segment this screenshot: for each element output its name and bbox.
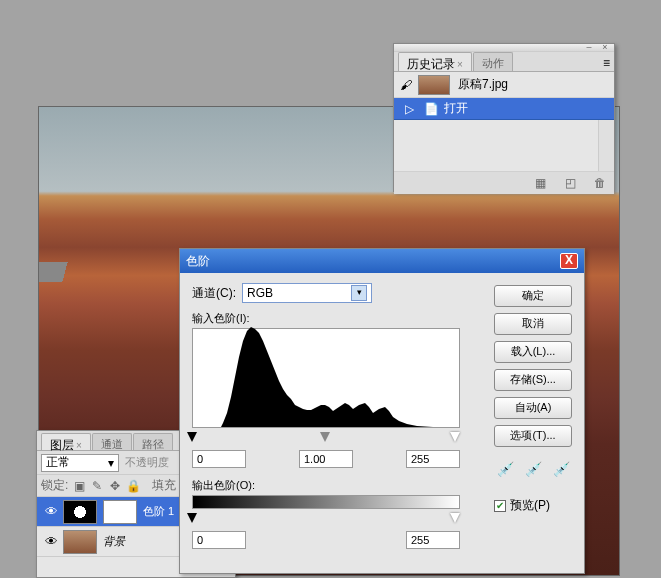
tab-channels[interactable]: 通道 (92, 433, 132, 450)
load-button[interactable]: 载入(L)... (494, 341, 572, 363)
blend-mode-select[interactable]: 正常▾ (41, 454, 119, 472)
panel-grip[interactable]: – × (394, 44, 614, 52)
histogram (192, 328, 460, 428)
gamma-handle[interactable] (320, 432, 330, 442)
dialog-titlebar[interactable]: 色阶 X (180, 249, 584, 273)
close-icon[interactable]: × (598, 42, 612, 52)
tab-history[interactable]: 历史记录× (398, 52, 472, 71)
input-slider[interactable] (192, 432, 460, 444)
white-eyedropper-icon[interactable]: 💉 (551, 461, 571, 481)
layer-thumb (63, 530, 97, 554)
history-state-open[interactable]: ▷ 📄 打开 (394, 98, 614, 120)
minimize-icon[interactable]: – (582, 42, 596, 52)
black-point-handle[interactable] (187, 432, 197, 442)
layer-name: 背景 (103, 534, 125, 549)
panel-menu-icon[interactable]: ≡ (603, 56, 610, 70)
tab-layers[interactable]: 图层× (41, 433, 91, 450)
history-empty-area (394, 120, 614, 172)
document-icon: 📄 (422, 101, 440, 117)
state-label: 打开 (444, 100, 468, 117)
output-black-field[interactable] (192, 531, 246, 549)
output-levels-label: 输出色阶(O): (192, 478, 482, 493)
input-gamma-field[interactable] (299, 450, 353, 468)
snapshot-thumb (418, 75, 450, 95)
snapshot-row[interactable]: 🖌 原稿7.jpg (394, 72, 614, 98)
ok-button[interactable]: 确定 (494, 285, 572, 307)
new-snapshot-icon[interactable]: ◰ (562, 176, 578, 190)
lock-pixels-icon[interactable]: ✎ (90, 479, 104, 493)
history-panel: – × 历史记录× 动作 ≡ 🖌 原稿7.jpg ▷ 📄 打开 ▦ ◰ 🗑 (393, 43, 615, 192)
input-black-field[interactable] (192, 450, 246, 468)
black-eyedropper-icon[interactable]: 💉 (495, 461, 515, 481)
auto-button[interactable]: 自动(A) (494, 397, 572, 419)
tab-paths[interactable]: 路径 (133, 433, 173, 450)
adjustment-thumb (63, 500, 97, 524)
history-tabs: 历史记录× 动作 ≡ (394, 52, 614, 72)
cancel-button[interactable]: 取消 (494, 313, 572, 335)
save-button[interactable]: 存储(S)... (494, 369, 572, 391)
new-doc-from-state-icon[interactable]: ▦ (532, 176, 548, 190)
out-white-handle[interactable] (450, 513, 460, 523)
tab-actions[interactable]: 动作 (473, 52, 513, 71)
channel-label: 通道(C): (192, 285, 236, 302)
close-icon[interactable]: X (560, 253, 578, 269)
snapshot-name: 原稿7.jpg (458, 76, 508, 93)
lock-transparent-icon[interactable]: ▣ (72, 479, 86, 493)
state-marker-icon: ▷ (400, 101, 418, 117)
layer-name: 色阶 1 (143, 504, 174, 519)
close-icon[interactable]: × (457, 59, 463, 70)
history-toolbar: ▦ ◰ 🗑 (394, 172, 614, 194)
visibility-icon[interactable]: 👁 (41, 502, 61, 522)
lock-position-icon[interactable]: ✥ (108, 479, 122, 493)
options-button[interactable]: 选项(T)... (494, 425, 572, 447)
opacity-label: 不透明度 (125, 455, 169, 470)
mask-thumb (103, 500, 137, 524)
gray-eyedropper-icon[interactable]: 💉 (523, 461, 543, 481)
preview-label: 预览(P) (510, 497, 550, 514)
lock-label: 锁定: (41, 477, 68, 494)
input-levels-label: 输入色阶(I): (192, 311, 482, 326)
lock-all-icon[interactable]: 🔒 (126, 479, 140, 493)
channel-select[interactable]: RGB▾ (242, 283, 372, 303)
chevron-down-icon: ▾ (351, 285, 367, 301)
scrollbar[interactable] (598, 120, 614, 171)
white-point-handle[interactable] (450, 432, 460, 442)
input-white-field[interactable] (406, 450, 460, 468)
visibility-icon[interactable]: 👁 (41, 532, 61, 552)
output-gradient (192, 495, 460, 509)
preview-checkbox[interactable]: ✔ (494, 500, 506, 512)
out-black-handle[interactable] (187, 513, 197, 523)
brush-icon: 🖌 (400, 78, 412, 92)
output-white-field[interactable] (406, 531, 460, 549)
output-slider[interactable] (192, 513, 460, 525)
levels-dialog: 色阶 X 通道(C): RGB▾ 输入色阶(I): (179, 248, 585, 574)
trash-icon[interactable]: 🗑 (592, 176, 608, 190)
fill-label: 填充 (152, 477, 176, 494)
dialog-title: 色阶 (186, 253, 210, 270)
